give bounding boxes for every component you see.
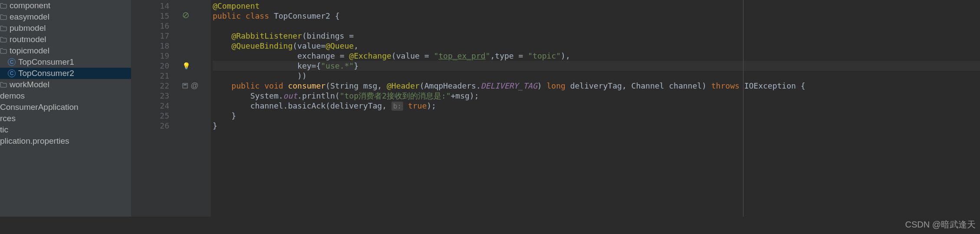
- gutter-icon-row: [179, 101, 211, 111]
- code-line-23[interactable]: System.out.println("top消费者2接收到的消息是:"+msg…: [213, 91, 980, 101]
- class-icon: C: [8, 69, 16, 77]
- folder-icon: [0, 3, 7, 9]
- tree-item-component[interactable]: component: [0, 0, 131, 11]
- code-line-17[interactable]: @RabbitListener(bindings =: [213, 31, 980, 41]
- gutter-icon-row: 💡: [179, 61, 211, 71]
- code-area[interactable]: @Componentpublic class TopConsumer2 { @R…: [211, 0, 980, 234]
- ide-window: componenteasymodelpubmodelroutmodeltopic…: [0, 0, 980, 234]
- tree-item-label: pubmodel: [10, 23, 46, 33]
- gutter-icon-row: [179, 91, 211, 101]
- tree-item-label: rces: [0, 114, 16, 123]
- editor-area[interactable]: 14151617181920212223242526 💡@ @Component…: [131, 0, 980, 234]
- tree-item-consumerapplication[interactable]: ConsumerApplication: [0, 102, 131, 113]
- gutter-icon-row: [179, 111, 211, 121]
- tree-item-plication.properties[interactable]: plication.properties: [0, 135, 131, 147]
- line-number: 14: [131, 1, 179, 11]
- tree-item-label: tic: [0, 125, 8, 135]
- gutter-icon-row: [179, 51, 211, 61]
- run-icon[interactable]: [182, 81, 188, 90]
- code-line-20[interactable]: key={"use.*"}: [213, 61, 980, 71]
- gutter-icon-row: [179, 41, 211, 51]
- line-number-gutter: 14151617181920212223242526: [131, 0, 179, 234]
- code-line-26[interactable]: }: [213, 121, 980, 131]
- svg-rect-2: [183, 83, 187, 88]
- tree-item-label: component: [10, 1, 50, 10]
- tree-item-routmodel[interactable]: routmodel: [0, 34, 131, 45]
- line-number: 21: [131, 71, 179, 81]
- tree-item-label: routmodel: [10, 35, 46, 44]
- line-number: 19: [131, 51, 179, 61]
- tree-item-label: TopConsumer2: [18, 69, 74, 78]
- margin-guide: [743, 0, 743, 234]
- class-icon: C: [8, 58, 16, 66]
- gutter-icon-row: [179, 11, 211, 21]
- tree-item-label: plication.properties: [0, 136, 69, 146]
- line-number: 26: [131, 121, 179, 131]
- line-number: 18: [131, 41, 179, 51]
- gutter-icon-row: [179, 31, 211, 41]
- code-line-21[interactable]: )): [213, 71, 980, 81]
- line-number: 24: [131, 101, 179, 111]
- tree-item-pubmodel[interactable]: pubmodel: [0, 23, 131, 34]
- line-number: 23: [131, 91, 179, 101]
- line-number: 20: [131, 61, 179, 71]
- tree-item-workmodel[interactable]: workModel: [0, 79, 131, 90]
- param-hint: b:: [391, 102, 403, 111]
- gutter-icon-row: [179, 121, 211, 131]
- code-line-16[interactable]: [213, 21, 980, 31]
- tree-item-label: topicmodel: [10, 46, 49, 56]
- tree-item-topicmodel[interactable]: topicmodel: [0, 45, 131, 56]
- line-number: 17: [131, 31, 179, 41]
- folder-icon: [0, 48, 7, 54]
- gutter-icon-row: [179, 21, 211, 31]
- tree-item-label: demos: [0, 91, 25, 101]
- line-number: 25: [131, 111, 179, 121]
- code-line-15[interactable]: public class TopConsumer2 {: [213, 11, 980, 21]
- no-entry-icon: [182, 11, 189, 20]
- folder-icon: [0, 14, 7, 20]
- footer-bar: [0, 217, 980, 234]
- tree-item-label: workModel: [10, 80, 49, 89]
- watermark-text: CSDN @暗武逢天: [905, 219, 976, 231]
- code-line-19[interactable]: exchange = @Exchange(value = "top_ex_prd…: [213, 51, 980, 61]
- tree-item-rces[interactable]: rces: [0, 113, 131, 124]
- line-number: 22: [131, 81, 179, 91]
- gutter-icon-row: [179, 71, 211, 81]
- folder-icon: [0, 25, 7, 31]
- tree-item-label: TopConsumer1: [18, 57, 74, 67]
- tree-item-easymodel[interactable]: easymodel: [0, 11, 131, 23]
- code-line-18[interactable]: @QueueBinding(value=@Queue,: [213, 41, 980, 51]
- code-line-22[interactable]: public void consumer(String msg, @Header…: [213, 81, 980, 91]
- tree-item-topconsumer1[interactable]: CTopConsumer1: [0, 56, 131, 68]
- folder-icon: [0, 36, 7, 43]
- code-line-25[interactable]: }: [213, 111, 980, 121]
- line-number: 16: [131, 21, 179, 31]
- svg-line-1: [184, 13, 187, 17]
- svg-rect-3: [184, 84, 187, 85]
- annotation-icon: @: [191, 81, 198, 90]
- code-line-14[interactable]: @Component: [213, 1, 980, 11]
- line-number: 15: [131, 11, 179, 21]
- folder-icon: [0, 82, 7, 88]
- tree-item-label: easymodel: [10, 12, 49, 22]
- gutter-icon-row: @: [179, 81, 211, 91]
- tree-item-tic[interactable]: tic: [0, 124, 131, 135]
- tree-item-demos[interactable]: demos: [0, 90, 131, 102]
- project-sidebar[interactable]: componenteasymodelpubmodelroutmodeltopic…: [0, 0, 131, 234]
- code-line-24[interactable]: channel.basicAck(deliveryTag, b: true);: [213, 101, 980, 111]
- gutter-icon-area: 💡@: [179, 0, 211, 234]
- gutter-icon-row: [179, 1, 211, 11]
- tree-item-topconsumer2[interactable]: CTopConsumer2: [0, 68, 131, 79]
- tree-item-label: ConsumerApplication: [0, 102, 79, 112]
- lightbulb-icon[interactable]: 💡: [182, 62, 191, 70]
